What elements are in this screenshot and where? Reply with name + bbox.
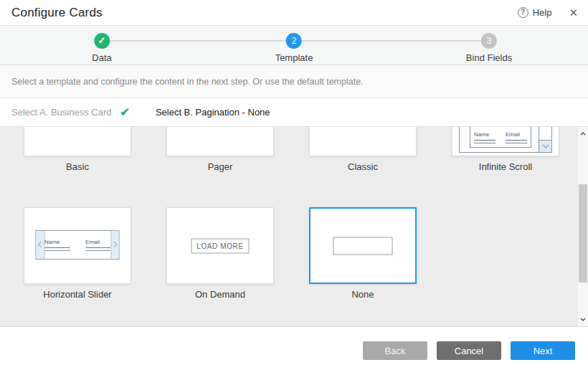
scrollbar-thumb[interactable] [579,184,587,283]
template-cell-basic: Basic [24,127,131,173]
page-title: Configure Cards [11,6,103,20]
step-number-badge: 3 [481,33,497,49]
selection-a-label: Select A. Business Card [11,107,111,118]
horizontal-slider-preview-body: Name Email [44,230,110,258]
horizontal-slider-preview: Name Email [36,229,120,259]
help-button[interactable]: ? Help [518,7,552,18]
preview-card-outline: Name Email [470,127,531,148]
step-label: Template [275,52,313,63]
step-label: Bind Fields [466,52,512,63]
step-number-badge: 2 [286,33,302,49]
next-button[interactable]: Next [511,341,575,360]
dialog-footer: Back Cancel Next [0,326,588,370]
preview-email-column: Email [506,131,527,143]
template-card-label: Pager [166,161,274,173]
wizard-stepper: ✓ Data 2 Template 3 Bind Fields [0,26,588,65]
template-card-infinite-scroll[interactable]: Name Email [452,127,559,156]
step-bind-fields[interactable]: 3 Bind Fields [466,33,512,63]
preview-name-label: Name [44,238,70,245]
template-card-pager[interactable] [166,127,274,156]
scrollbar-down-arrow-icon[interactable] [578,314,588,325]
template-row-2: Name Email [24,207,577,300]
template-cell-infinite-scroll: Name Email [452,127,559,173]
infinite-scroll-preview-body: Name Email [460,127,539,152]
preview-line [474,140,495,141]
template-gallery-viewport: Basic Pager Classic [0,127,577,326]
chevron-right-icon [110,230,119,258]
template-card-basic[interactable] [24,127,131,156]
preview-line [85,250,110,250]
template-row-1: Basic Pager Classic [24,127,577,173]
preview-email-label: Email [506,131,527,138]
help-icon: ? [518,7,528,18]
template-cell-horizontal-slider: Name Email [24,207,131,300]
template-cell-on-demand: LOAD MORE On Demand [166,207,274,300]
preview-email-label: Email [85,238,110,245]
step-data[interactable]: ✓ Data [92,33,111,63]
template-card-on-demand[interactable]: LOAD MORE [166,207,274,284]
template-card-label: None [309,289,417,300]
selection-b-label: Select B. Pagination - None [156,107,270,118]
template-card-label: On Demand [166,289,274,300]
infinite-scroll-preview: Name Email [459,127,552,153]
template-card-label: Basic [24,161,131,173]
template-cell-none: None [309,207,417,300]
preview-line [44,250,70,250]
scrollbar-up-arrow-icon[interactable] [578,128,588,139]
selection-summary-row: Select A. Business Card ✔ Select B. Pagi… [0,98,588,127]
none-preview-rect [333,237,393,255]
template-card-horizontal-slider[interactable]: Name Email [24,207,131,284]
template-cell-pager: Pager [166,127,274,173]
preview-mini-table: Name Email [44,238,110,250]
template-gallery: Basic Pager Classic [0,127,588,326]
template-card-label: Horizontal Slider [24,289,131,300]
preview-email-column: Email [85,238,110,250]
preview-name-column: Name [44,238,70,250]
template-cell-classic: Classic [309,127,417,173]
preview-line [506,143,527,143]
template-card-label: Classic [309,161,417,173]
selection-check-icon: ✔ [120,105,129,119]
help-label: Help [533,7,552,18]
step-complete-check-icon: ✓ [94,33,110,49]
chevron-left-icon [37,230,45,258]
preview-line [44,247,70,247]
instruction-text: Select a template and configure the cont… [0,65,588,98]
step-template[interactable]: 2 Template [275,33,313,63]
cancel-button[interactable]: Cancel [437,341,501,360]
preview-mini-table: Name Email [474,131,527,143]
template-gallery-content: Basic Pager Classic [24,127,577,300]
chevron-down-icon [539,140,551,152]
load-more-button-preview: LOAD MORE [191,238,250,253]
dialog-header: Configure Cards ? Help ✕ [0,0,588,26]
vertical-scrollbar[interactable] [577,127,588,326]
step-label: Data [92,52,111,63]
preview-name-column: Name [474,131,495,143]
preview-line [85,247,110,247]
preview-name-label: Name [474,131,495,138]
template-card-label: Infinite Scroll [452,161,559,173]
template-card-none-selected[interactable] [309,207,417,284]
preview-line [506,140,527,141]
preview-line [474,143,495,143]
preview-scrollbar-strip [539,127,551,152]
configure-cards-dialog: Configure Cards ? Help ✕ ✓ Data 2 Templa… [0,0,588,370]
back-button[interactable]: Back [363,341,427,360]
close-icon[interactable]: ✕ [569,7,578,18]
template-card-classic[interactable] [309,127,417,156]
